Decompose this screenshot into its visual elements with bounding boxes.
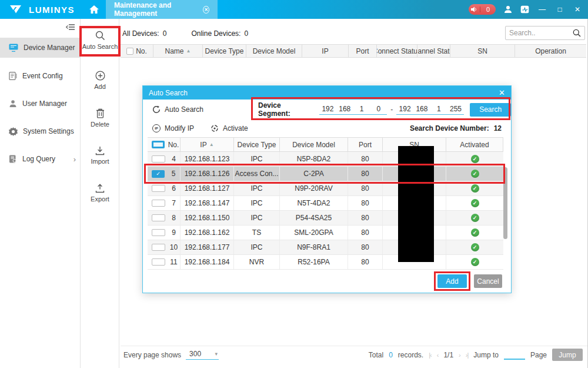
- col-device-model: Device Model: [280, 138, 348, 151]
- device-segment-row: Device Segment: 192 168 1 0 - 192 168 1 …: [258, 103, 511, 116]
- sidebar-item-user-manager[interactable]: User Manager: [0, 94, 81, 114]
- auto-search-dialog: Auto Search ✕ Auto Search Device Segment…: [142, 85, 512, 293]
- result-row[interactable]: 10 192.168.1.177 IPC N9F-8RA1 80 ✓: [148, 240, 503, 255]
- sidebar-item-label: Event Config: [22, 72, 63, 80]
- result-row[interactable]: 7 192.168.1.147 IPC N5T-4DA2 80 ✓: [148, 196, 503, 211]
- first-page-icon[interactable]: |‹: [429, 352, 432, 359]
- minimize-button[interactable]: —: [537, 5, 547, 14]
- sidebar-item-event-config[interactable]: Event Config: [0, 66, 81, 86]
- result-row-selected[interactable]: ✓5 192.168.1.126 Access Con... C-2PA 80 …: [148, 167, 503, 181]
- caret-down-icon: ▾: [215, 351, 218, 357]
- notification-badge[interactable]: 0: [469, 4, 496, 15]
- dialog-cancel-button[interactable]: Cancel: [474, 274, 502, 288]
- auto-search-section[interactable]: Auto Search: [152, 104, 203, 115]
- tool-label: Delete: [91, 121, 109, 128]
- activated-check-icon: ✓: [471, 170, 479, 178]
- auto-search-section-label: Auto Search: [165, 105, 203, 114]
- tab-maintenance-and-management[interactable]: Maintenance and Management ✕: [106, 0, 218, 19]
- modify-ip-button[interactable]: IP Modify IP: [152, 124, 194, 132]
- row-checkbox[interactable]: [152, 200, 165, 207]
- modify-ip-icon: IP: [152, 124, 161, 132]
- row-checkbox[interactable]: [152, 214, 165, 221]
- import-button[interactable]: Import: [81, 146, 119, 165]
- page-size-select[interactable]: 300 ▾: [186, 350, 219, 360]
- speaker-icon: [469, 6, 480, 12]
- jump-page-input[interactable]: [504, 350, 525, 360]
- last-page-icon[interactable]: ›|: [466, 352, 469, 359]
- dialog-add-button[interactable]: Add: [437, 274, 467, 288]
- add-device-button[interactable]: Add: [81, 71, 119, 90]
- column-device-model: Device Model: [246, 45, 302, 57]
- sidebar-item-label: Device Manager: [24, 44, 75, 52]
- auto-search-button[interactable]: Auto Search: [81, 31, 119, 50]
- activated-check-icon: ✓: [471, 155, 479, 163]
- result-row[interactable]: 4 192.168.1.123 IPC N5P-8DA2 80 ✓: [148, 152, 503, 167]
- segment-from-octet-3[interactable]: 1: [353, 105, 370, 115]
- row-checkbox-checked[interactable]: ✓: [152, 170, 165, 178]
- search-device-number-label: Search Device Number:: [410, 124, 489, 132]
- device-search-box: [505, 26, 585, 40]
- result-row[interactable]: 6 192.168.1.127 IPC N9P-20RAV 80 ✓: [148, 181, 503, 196]
- tab-close-icon[interactable]: ✕: [203, 6, 209, 14]
- sort-asc-icon: ▲: [186, 48, 191, 54]
- current-page: 1/1: [443, 351, 453, 359]
- result-row[interactable]: 9 192.168.1.162 TS SML-20GPA 80 ✓: [148, 226, 503, 240]
- col-ip[interactable]: IP ▲: [181, 138, 234, 151]
- device-segment-label: Device Segment:: [258, 101, 315, 118]
- delete-device-button[interactable]: Delete: [81, 108, 119, 128]
- column-operation: Operation: [515, 45, 586, 57]
- segment-to-octet-1[interactable]: 192: [396, 105, 413, 115]
- result-row[interactable]: 11 192.168.1.184 NVR R52-16PA 80 ✓: [148, 255, 503, 270]
- dialog-action-row: IP Modify IP Activate Search Device Numb…: [152, 122, 502, 134]
- export-icon: [95, 184, 105, 193]
- column-name[interactable]: Name ▲: [153, 45, 203, 57]
- jump-button[interactable]: Jump: [552, 349, 583, 361]
- sidebar-item-log-query[interactable]: Log Query ›: [0, 149, 81, 169]
- next-page-icon[interactable]: ›: [459, 352, 460, 359]
- row-checkbox[interactable]: [152, 185, 165, 192]
- search-icon[interactable]: [573, 29, 581, 37]
- close-button[interactable]: ✕: [573, 5, 582, 14]
- dialog-table-scrollbar[interactable]: [503, 167, 507, 239]
- dialog-title: Auto Search: [149, 89, 188, 97]
- event-config-icon: [9, 72, 17, 80]
- page-size-label: Every page shows: [123, 351, 181, 359]
- segment-from-octet-1[interactable]: 192: [319, 105, 336, 115]
- tool-label: Auto Search: [82, 43, 118, 50]
- system-status-icon[interactable]: [520, 5, 529, 14]
- sidebar-item-device-manager[interactable]: Device Manager: [0, 38, 81, 58]
- select-all-checkbox[interactable]: [126, 48, 133, 55]
- search-input[interactable]: [509, 29, 573, 37]
- row-checkbox[interactable]: [152, 229, 165, 236]
- tab-label: Maintenance and Management: [114, 1, 198, 18]
- select-all-results-checkbox[interactable]: [152, 141, 165, 148]
- sidebar-item-label: System Settings: [23, 127, 74, 135]
- activated-check-icon: ✓: [471, 228, 479, 237]
- row-checkbox[interactable]: [152, 244, 165, 251]
- home-button[interactable]: [82, 0, 106, 19]
- row-checkbox[interactable]: [152, 155, 165, 163]
- row-checkbox[interactable]: [152, 258, 165, 266]
- dialog-close-icon[interactable]: ✕: [499, 88, 505, 97]
- segment-to-octet-3[interactable]: 1: [430, 105, 447, 115]
- sidebar-collapse-icon[interactable]: [66, 24, 75, 32]
- segment-to-octet-4[interactable]: 255: [447, 105, 465, 115]
- result-row[interactable]: 8 192.168.1.150 IPC P54-4SA25 80 ✓: [148, 211, 503, 226]
- segment-from-octet-4[interactable]: 0: [370, 105, 387, 115]
- sidebar-item-system-settings[interactable]: System Settings: [0, 121, 81, 141]
- activate-button[interactable]: Activate: [211, 124, 248, 132]
- segment-to-octet-2[interactable]: 168: [413, 105, 430, 115]
- sort-asc-icon: ▲: [209, 142, 214, 147]
- refresh-icon: [152, 105, 161, 114]
- luminys-logo-icon: [9, 5, 25, 15]
- all-devices-label: All Devices:: [122, 29, 159, 38]
- segment-search-button[interactable]: Search: [470, 103, 511, 117]
- activated-check-icon: ✓: [471, 214, 479, 222]
- activate-target-icon: [211, 124, 219, 132]
- export-button[interactable]: Export: [81, 184, 119, 203]
- prev-page-icon[interactable]: ‹: [437, 352, 439, 359]
- sn-redaction-overlay: [398, 146, 434, 262]
- maximize-button[interactable]: □: [555, 5, 564, 14]
- segment-from-octet-2[interactable]: 168: [336, 105, 353, 115]
- user-account-icon[interactable]: [504, 5, 512, 14]
